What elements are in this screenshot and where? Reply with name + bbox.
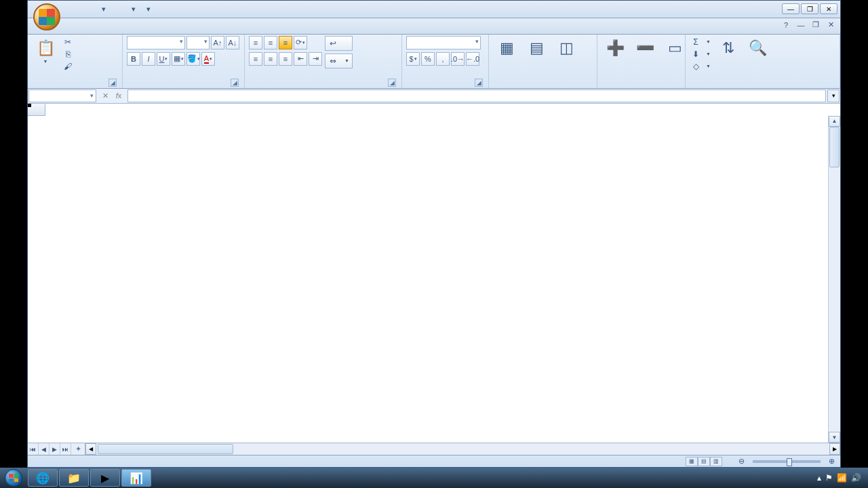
zoom-in[interactable]: ⊕: [829, 457, 835, 466]
comma-button[interactable]: ,: [436, 52, 450, 66]
sort-icon: ⇅: [717, 37, 739, 59]
font-name-combo[interactable]: [127, 36, 185, 49]
align-middle[interactable]: ≡: [264, 36, 277, 49]
copy-button[interactable]: ⎘: [62, 48, 77, 60]
office-button[interactable]: [33, 3, 60, 30]
task-excel[interactable]: 📊: [121, 469, 151, 487]
merge-center-button[interactable]: ⇔▼: [325, 54, 353, 68]
grow-font[interactable]: A↑: [211, 36, 224, 49]
page-layout-view[interactable]: ▤: [698, 457, 710, 466]
shrink-font[interactable]: A↓: [226, 36, 239, 49]
percent-button[interactable]: %: [421, 52, 435, 66]
scroll-up[interactable]: ▲: [829, 116, 840, 127]
name-box[interactable]: [28, 89, 96, 102]
fill-button[interactable]: ⬇▼: [690, 48, 712, 60]
delete-cells-button[interactable]: ➖: [631, 36, 658, 60]
qat-customize[interactable]: ▾: [143, 3, 154, 14]
qat-undo[interactable]: [83, 3, 94, 14]
ribbon-tabs: ? — ❐ ✕: [28, 18, 840, 35]
new-sheet-button[interactable]: ✦: [71, 443, 85, 455]
underline-button[interactable]: U: [157, 52, 170, 66]
sheet-nav-last[interactable]: ⏭: [60, 443, 71, 455]
start-button[interactable]: [0, 468, 27, 488]
bold-button[interactable]: B: [127, 52, 140, 66]
format-painter-button[interactable]: 🖌: [62, 60, 77, 73]
fill-color-button[interactable]: 🪣: [186, 52, 200, 66]
cancel-formula[interactable]: ✕: [100, 90, 111, 101]
tray-volume-icon[interactable]: 🔊: [851, 473, 861, 483]
qat-undo-more[interactable]: ▾: [98, 3, 109, 14]
align-bottom[interactable]: ≡: [279, 36, 292, 49]
doc-minimize[interactable]: —: [795, 20, 806, 30]
sheet-bar: ⏮ ◀ ▶ ⏭ ✦ ◀ ▶: [28, 443, 840, 455]
clipboard-group-label: ◢: [32, 85, 118, 88]
merge-icon: ⇔: [328, 56, 338, 66]
align-left[interactable]: ≡: [249, 52, 262, 66]
insert-cells-button[interactable]: ➕: [601, 36, 629, 60]
clipboard-launcher[interactable]: ◢: [108, 79, 117, 87]
wrap-text-button[interactable]: ↩: [325, 36, 353, 51]
task-explorer[interactable]: 📁: [59, 469, 89, 487]
increase-indent[interactable]: ⇥: [309, 52, 322, 66]
font-color-button[interactable]: A: [201, 52, 215, 66]
number-format-combo[interactable]: [406, 36, 481, 49]
cell-styles-button[interactable]: ◫: [553, 36, 580, 60]
decrease-decimal[interactable]: ←.0: [466, 52, 479, 66]
fx-button[interactable]: fx: [113, 90, 124, 101]
border-button[interactable]: ▦: [172, 52, 185, 66]
sheet-nav-prev[interactable]: ◀: [39, 443, 50, 455]
align-center[interactable]: ≡: [264, 52, 277, 66]
format-as-table-button[interactable]: ▤: [523, 36, 550, 60]
zoom-out[interactable]: ⊖: [738, 457, 745, 466]
tray-flag-icon[interactable]: ⚑: [825, 473, 833, 483]
qat-redo-more[interactable]: ▾: [128, 3, 139, 14]
increase-decimal[interactable]: .0→: [451, 52, 465, 66]
italic-button[interactable]: I: [142, 52, 155, 66]
number-launcher[interactable]: ◢: [475, 79, 483, 87]
sort-filter-button[interactable]: ⇅: [715, 36, 742, 60]
autosum-button[interactable]: Σ▼: [690, 36, 712, 48]
expand-formula-bar[interactable]: ▾: [827, 89, 840, 102]
vscroll-thumb[interactable]: [829, 127, 840, 167]
maximize-button[interactable]: ❐: [801, 3, 818, 14]
vertical-scrollbar[interactable]: ▲ ▼: [828, 116, 840, 443]
page-break-view[interactable]: ▥: [710, 457, 722, 466]
scroll-right[interactable]: ▶: [829, 443, 840, 455]
doc-restore[interactable]: ❐: [810, 20, 821, 30]
align-top[interactable]: ≡: [249, 36, 262, 49]
clear-button[interactable]: ◇▼: [690, 60, 712, 73]
decrease-indent[interactable]: ⇤: [294, 52, 307, 66]
cut-button[interactable]: ✂: [62, 36, 77, 48]
format-cells-button[interactable]: ▭: [661, 36, 688, 60]
hscroll-thumb[interactable]: [98, 444, 233, 454]
conditional-formatting-button[interactable]: ▦: [493, 36, 520, 60]
font-launcher[interactable]: ◢: [231, 79, 239, 87]
qat-save[interactable]: [68, 3, 79, 14]
currency-button[interactable]: $: [406, 52, 420, 66]
styles-group-label: [493, 85, 593, 88]
help-icon[interactable]: ?: [781, 20, 791, 30]
zoom-slider[interactable]: [753, 460, 821, 463]
sheet-nav-first[interactable]: ⏮: [28, 443, 39, 455]
close-button[interactable]: ✕: [820, 3, 837, 14]
task-ie[interactable]: 🌐: [28, 469, 58, 487]
tray-network-icon[interactable]: 📶: [837, 473, 847, 483]
paste-button[interactable]: 📋 ▼: [32, 36, 59, 65]
doc-close[interactable]: ✕: [825, 20, 836, 30]
scroll-left[interactable]: ◀: [85, 443, 96, 455]
formula-input[interactable]: [127, 89, 826, 102]
find-select-button[interactable]: 🔍: [745, 36, 772, 60]
normal-view[interactable]: ▦: [686, 457, 698, 466]
font-size-combo[interactable]: [186, 36, 210, 49]
worksheet-grid[interactable]: ▲ ▼: [28, 104, 840, 443]
tray-expand-icon[interactable]: ▴: [817, 473, 821, 483]
task-media[interactable]: ▶: [90, 469, 120, 487]
orientation-button[interactable]: ⟳: [294, 36, 307, 49]
scroll-down[interactable]: ▼: [829, 432, 840, 443]
qat-redo[interactable]: [113, 3, 124, 14]
sheet-nav-next[interactable]: ▶: [50, 443, 60, 455]
horizontal-scrollbar[interactable]: ◀ ▶: [85, 443, 840, 455]
alignment-launcher[interactable]: ◢: [388, 79, 396, 87]
minimize-button[interactable]: —: [782, 3, 800, 14]
align-right[interactable]: ≡: [279, 52, 292, 66]
